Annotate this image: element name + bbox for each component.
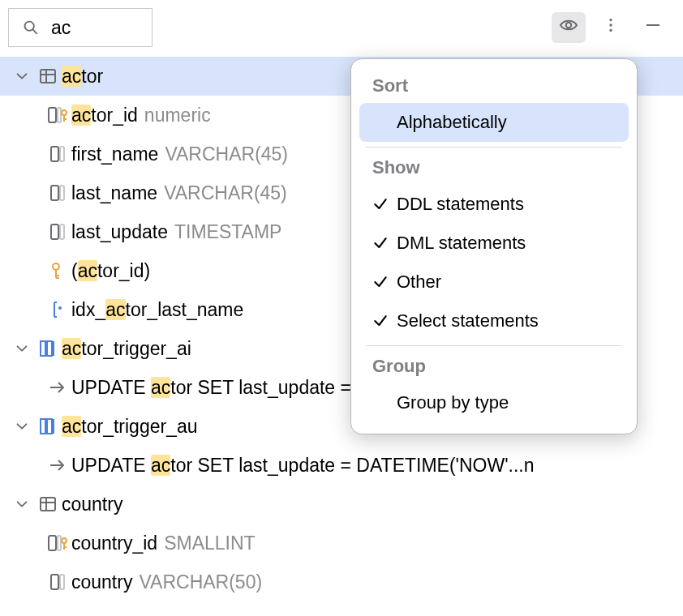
more-button[interactable] (594, 12, 628, 43)
tree-item-label: country (62, 494, 122, 515)
column-key-icon (44, 105, 71, 125)
toolbar (0, 0, 683, 53)
popup-section-title: Group (359, 351, 629, 383)
type-hint: VARCHAR(45) (165, 143, 288, 165)
column-key-icon (44, 533, 71, 553)
key-icon (44, 261, 71, 280)
tree-item-label: first_name (71, 143, 158, 165)
check-icon (372, 235, 397, 251)
minimize-icon (643, 15, 663, 40)
tree-item-label: (actor_id) (71, 260, 150, 282)
tree-item-label: actor_id (71, 105, 138, 126)
popup-item-label: DDL statements (397, 194, 524, 215)
popup-item[interactable]: DML statements (359, 224, 629, 263)
chevron-down-icon[interactable] (10, 496, 34, 512)
type-hint: SMALLINT (164, 533, 255, 554)
tree-row-country[interactable]: country (0, 485, 683, 524)
popup-item[interactable]: Other (359, 263, 629, 302)
check-icon (372, 196, 397, 212)
tree-item-label: actor_trigger_ai (62, 338, 191, 360)
check-icon (372, 313, 397, 329)
popup-item-label: Group by type (397, 392, 509, 413)
chevron-down-icon[interactable] (10, 418, 34, 434)
search-icon (17, 19, 45, 36)
tree-item-label: country_id (71, 533, 157, 554)
tree-item-label: UPDATE actor SET last_update = DATETIME(… (71, 455, 535, 477)
tree-row-country_col[interactable]: countryVARCHAR(50) (0, 563, 683, 601)
toolbar-right (552, 12, 675, 43)
tree-item-label: idx_actor_last_name (71, 299, 243, 321)
chevron-down-icon[interactable] (10, 340, 34, 357)
type-hint: numeric (144, 105, 211, 126)
tree-row-country_id[interactable]: country_idSMALLINT (0, 524, 683, 563)
column-icon (44, 222, 71, 242)
index-icon (44, 300, 71, 319)
popup-section-title: Show (359, 152, 629, 185)
kebab-icon (602, 15, 620, 40)
popup-item-label: Select statements (397, 310, 539, 332)
popup-divider (366, 345, 622, 346)
popup-item[interactable]: Select statements (359, 302, 629, 340)
chevron-down-icon[interactable] (10, 68, 34, 84)
table-icon (34, 494, 62, 514)
eye-icon (558, 16, 579, 39)
popup-item-label: Other (397, 272, 441, 293)
type-hint: VARCHAR(45) (164, 182, 287, 204)
popup-item[interactable]: DDL statements (359, 185, 629, 224)
minimize-button[interactable] (636, 12, 670, 43)
search-input[interactable] (51, 17, 144, 39)
view-options-popup: SortAlphabeticallyShowDDL statementsDML … (350, 58, 638, 434)
tree-row-trig_au_body[interactable]: UPDATE actor SET last_update = DATETIME(… (0, 446, 683, 485)
view-options-button[interactable] (552, 12, 586, 43)
tree-item-label: country (71, 571, 132, 593)
column-icon (44, 572, 71, 592)
search-box[interactable] (8, 8, 152, 47)
tree-item-label: actor_trigger_au (62, 416, 198, 438)
check-icon (372, 274, 397, 290)
trigger-icon (34, 417, 62, 436)
tree-item-label: last_name (71, 182, 157, 204)
popup-divider (366, 147, 622, 148)
type-hint: VARCHAR(50) (139, 571, 262, 593)
table-icon (34, 66, 62, 86)
trigger-icon (34, 339, 62, 358)
arrow-right-icon (44, 456, 71, 475)
type-hint: TIMESTAMP (174, 221, 281, 243)
tree-item-label: actor (62, 66, 103, 88)
tree-item-label: last_update (71, 221, 168, 243)
popup-item-label: DML statements (397, 233, 526, 254)
column-icon (44, 183, 71, 203)
column-icon (44, 144, 71, 164)
popup-section-title: Sort (359, 71, 629, 103)
popup-item-label: Alphabetically (397, 112, 507, 133)
arrow-right-icon (44, 378, 71, 397)
popup-item[interactable]: Group by type (359, 383, 629, 422)
popup-item[interactable]: Alphabetically (359, 103, 629, 142)
